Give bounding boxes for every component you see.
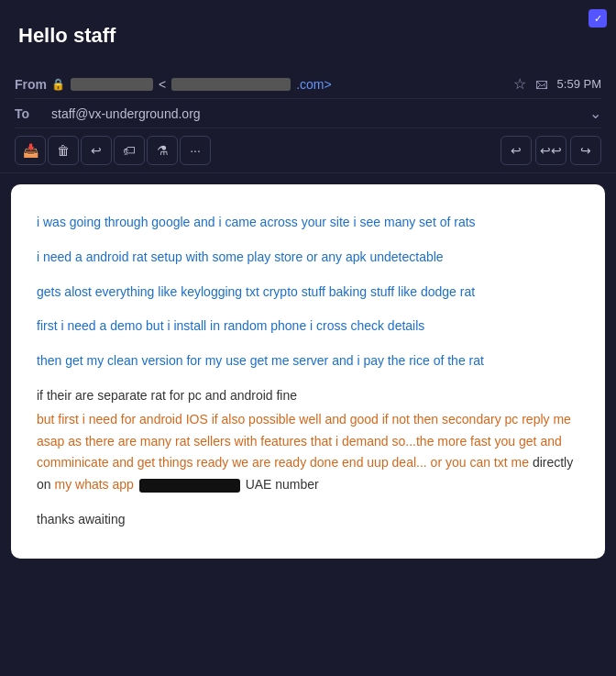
paragraph-7: but first i need for android IOS if also… [37, 409, 579, 496]
reply-icon: ↩ [511, 143, 522, 158]
from-label: From [15, 77, 51, 92]
from-row: From 🔒 < .com> ☆ 🖂 5:59 PM [15, 70, 601, 99]
paragraph-6: if their are separate rat for pc and and… [37, 385, 579, 407]
reply-all-button[interactable]: ↩↩ [535, 136, 566, 165]
to-content: staff@vx-underground.org [51, 106, 589, 121]
email-header: Hello staff [0, 7, 616, 70]
reply-button[interactable]: ↩ [500, 136, 532, 165]
para7-blue-text: but first i need for android IOS if also… [37, 412, 571, 471]
my-whatsapp-text: my whats app [54, 477, 133, 492]
paragraph-1: i was going through google and i came ac… [37, 212, 579, 234]
to-address: staff@vx-underground.org [51, 106, 201, 121]
para4-text: first i need a demo but i install in ran… [37, 318, 424, 333]
to-label: To [15, 106, 51, 121]
label-button[interactable]: 🏷 [114, 136, 145, 165]
filter-button[interactable]: ⚗ [147, 136, 178, 165]
more-icon: ··· [190, 143, 201, 158]
forward-button[interactable]: ↪ [570, 136, 601, 165]
angle-bracket-open: < [159, 77, 166, 92]
email-title: Hello staff [18, 24, 598, 48]
email-domain: .com> [296, 77, 332, 92]
move-button[interactable]: ↩ [81, 136, 112, 165]
envelope-icon: 🖂 [535, 77, 548, 92]
lock-icon: 🔒 [51, 78, 65, 91]
meta-section: From 🔒 < .com> ☆ 🖂 5:59 PM To staff@vx-u… [0, 70, 616, 128]
para3-text: gets alost everything like keylogging tx… [37, 284, 475, 299]
toolbar-left: 📥 🗑 ↩ 🏷 ⚗ ··· [15, 136, 211, 165]
star-icon[interactable]: ☆ [513, 75, 526, 93]
para2-text: i need a android rat setup with some pla… [37, 249, 444, 264]
archive-button[interactable]: 📥 [15, 136, 46, 165]
paragraph-3: gets alost everything like keylogging tx… [37, 282, 579, 304]
paragraph-2: i need a android rat setup with some pla… [37, 247, 579, 269]
reply-all-icon: ↩↩ [540, 143, 562, 158]
archive-icon: 📥 [23, 143, 38, 158]
sender-name-redacted [71, 78, 153, 91]
more-button[interactable]: ··· [180, 136, 211, 165]
to-row: To staff@vx-underground.org ⌄ [15, 99, 601, 128]
expand-to-icon[interactable]: ⌄ [589, 105, 601, 122]
paragraph-4: first i need a demo but i install in ran… [37, 316, 579, 338]
para5-text: then get my clean version for my use get… [37, 353, 484, 368]
paragraph-5: then get my clean version for my use get… [37, 350, 579, 372]
para8-text: thanks awaiting [37, 512, 126, 526]
email-body: i was going through google and i came ac… [11, 184, 605, 559]
uae-number-text: UAE number [246, 477, 319, 492]
para1-text: i was going through google and i came ac… [37, 215, 476, 229]
para6-text: if their are separate rat for pc and and… [37, 388, 297, 403]
email-toolbar: 📥 🗑 ↩ 🏷 ⚗ ··· ↩ ↩↩ [0, 128, 616, 173]
move-icon: ↩ [91, 143, 102, 158]
trash-icon: 🗑 [57, 143, 70, 158]
label-icon: 🏷 [123, 143, 136, 158]
verified-badge: ✓ [588, 9, 607, 28]
toolbar-right: ↩ ↩↩ ↪ [500, 136, 601, 165]
from-content: 🔒 < .com> [51, 77, 513, 92]
sender-email-redacted [171, 78, 291, 91]
from-actions: ☆ 🖂 5:59 PM [513, 75, 601, 93]
delete-button[interactable]: 🗑 [48, 136, 79, 165]
email-header-area: ✓ Hello staff From 🔒 < .com> ☆ 🖂 5:59 PM… [0, 0, 616, 173]
email-time: 5:59 PM [557, 77, 601, 91]
filter-icon: ⚗ [157, 143, 169, 158]
paragraph-8: thanks awaiting [37, 509, 579, 531]
forward-icon: ↪ [580, 143, 591, 158]
redacted-phone [139, 479, 240, 493]
